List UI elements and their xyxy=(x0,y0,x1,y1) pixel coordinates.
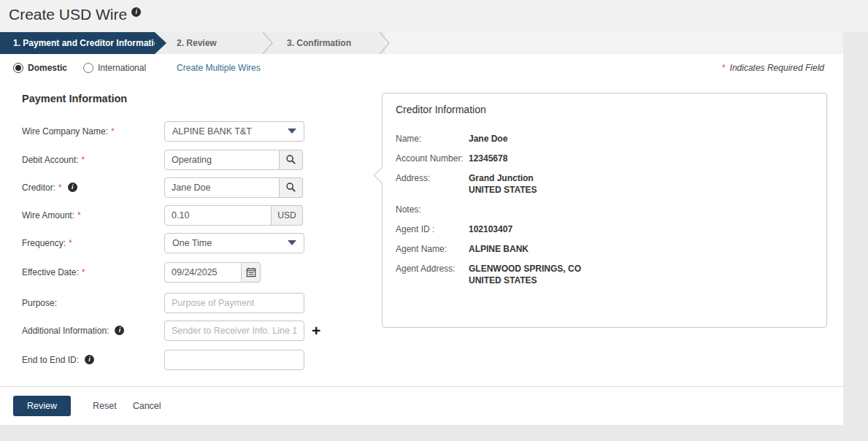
radio-domestic-label: Domestic xyxy=(28,63,67,73)
step-confirmation[interactable]: 3. Confirmation xyxy=(269,32,385,54)
account-number-label: Account Number: xyxy=(396,153,469,164)
panel-row-account-number: Account Number: 12345678 xyxy=(396,153,813,164)
agent-id-label: Agent ID : xyxy=(396,223,469,235)
panel-row-notes: Notes: xyxy=(396,204,813,215)
frequency-value: One Time xyxy=(172,238,288,248)
required-asterisk: * xyxy=(69,238,72,248)
search-icon xyxy=(285,154,296,165)
step-wizard: 1. Payment and Creditor Information 2. R… xyxy=(0,32,843,54)
name-label: Name: xyxy=(396,133,469,145)
search-icon xyxy=(285,182,296,193)
field-row-purpose: Purpose: xyxy=(22,292,304,313)
main-area: Payment Information Wire Company Name: *… xyxy=(0,81,843,386)
additional-information-info-icon[interactable]: i xyxy=(115,326,124,335)
field-row-debit-account: Debit Account: * xyxy=(22,149,303,170)
required-star: * xyxy=(722,63,726,73)
step-payment-and-creditor[interactable]: 1. Payment and Creditor Information xyxy=(0,32,155,54)
required-asterisk: * xyxy=(82,267,85,277)
radio-domestic[interactable]: Domestic xyxy=(13,63,67,73)
calendar-icon xyxy=(246,267,256,277)
field-row-wire-amount: Wire Amount: * USD xyxy=(22,204,303,226)
wire-amount-label: Wire Amount: xyxy=(22,210,74,220)
currency-suffix: USD xyxy=(272,205,303,226)
wire-type-toolbar: Domestic International Create Multiple W… xyxy=(0,54,843,81)
field-row-end-to-end-id: End to End ID: i xyxy=(22,349,304,370)
agent-name-value: ALPINE BANK xyxy=(469,243,529,255)
end-to-end-id-label: End to End ID: xyxy=(22,355,79,365)
frequency-select[interactable]: One Time xyxy=(164,233,304,253)
creditor-information-heading: Creditor Information xyxy=(396,104,813,115)
creditor-input[interactable] xyxy=(164,177,280,198)
creditor-search-button[interactable] xyxy=(280,177,303,198)
end-to-end-id-input[interactable] xyxy=(164,350,304,370)
wire-company-label: Wire Company Name: xyxy=(22,126,108,137)
review-button[interactable]: Review xyxy=(13,396,71,416)
reset-button[interactable]: Reset xyxy=(93,401,117,411)
address-label: Address: xyxy=(396,172,469,196)
effective-date-input[interactable] xyxy=(164,262,242,283)
step-review[interactable]: 2. Review xyxy=(155,32,269,54)
agent-name-label: Agent Name: xyxy=(396,243,469,255)
effective-date-label: Effective Date: xyxy=(22,267,79,277)
radio-domestic-icon[interactable] xyxy=(13,63,23,73)
page-title: Create USD Wire xyxy=(9,6,127,23)
wire-company-value: ALPINE BANK T&T xyxy=(172,126,288,137)
active-step-arrow xyxy=(155,32,166,54)
field-row-frequency: Frequency: * One Time xyxy=(22,232,304,253)
form-actions: Review Reset Cancel xyxy=(0,386,843,425)
wire-amount-input[interactable] xyxy=(164,205,272,226)
additional-information-input[interactable] xyxy=(164,321,304,341)
radio-international-icon[interactable] xyxy=(83,63,93,73)
panel-pointer xyxy=(374,167,391,184)
creditor-label: Creditor: xyxy=(22,183,55,193)
debit-account-label: Debit Account: xyxy=(22,155,78,165)
add-line-button[interactable]: + xyxy=(312,323,320,338)
panel-row-agent-address: Agent Address: GLENWOOD SPRINGS, CO UNIT… xyxy=(396,263,813,286)
chevron-down-icon xyxy=(288,240,296,245)
required-asterisk: * xyxy=(81,155,85,165)
address-value: Grand Junction UNITED STATES xyxy=(469,172,537,196)
end-to-end-id-info-icon[interactable]: i xyxy=(85,355,94,364)
required-asterisk: * xyxy=(58,183,62,193)
agent-address-value: GLENWOOD SPRINGS, CO UNITED STATES xyxy=(469,263,581,286)
cancel-button[interactable]: Cancel xyxy=(133,401,161,411)
purpose-input[interactable] xyxy=(164,293,304,313)
additional-information-label: Additional Information: xyxy=(22,326,109,336)
radio-international-label: International xyxy=(98,63,146,73)
required-asterisk: * xyxy=(111,126,115,137)
radio-international[interactable]: International xyxy=(83,63,146,73)
panel-row-agent-id: Agent ID : 102103407 xyxy=(396,223,813,235)
field-row-creditor: Creditor: * i xyxy=(22,177,303,198)
chevron-separator-icon xyxy=(378,32,391,54)
frequency-label: Frequency: xyxy=(22,238,66,248)
purpose-label: Purpose: xyxy=(22,298,57,308)
field-row-additional-information: Additional Information: i + xyxy=(22,320,320,341)
name-value: Jane Doe xyxy=(469,133,507,145)
account-number-value: 12345678 xyxy=(469,153,507,164)
creditor-information-panel: Creditor Information Name: Jane Doe Acco… xyxy=(382,93,827,328)
wire-company-select[interactable]: ALPINE BANK T&T xyxy=(164,121,304,142)
field-row-effective-date: Effective Date: * xyxy=(22,261,261,283)
page-header: Create USD Wirei xyxy=(0,0,868,32)
agent-address-label: Agent Address: xyxy=(396,263,469,286)
required-asterisk: * xyxy=(77,210,81,220)
required-field-note: *Indicates Required Field xyxy=(722,63,824,73)
chevron-down-icon xyxy=(288,129,296,134)
calendar-button[interactable] xyxy=(242,262,261,283)
panel-row-name: Name: Jane Doe xyxy=(396,133,813,145)
panel-row-address: Address: Grand Junction UNITED STATES xyxy=(396,172,813,196)
required-note-text: Indicates Required Field xyxy=(730,63,824,73)
creditor-info-icon[interactable]: i xyxy=(68,183,77,192)
agent-id-value: 102103407 xyxy=(469,223,512,235)
debit-account-input[interactable] xyxy=(164,150,280,170)
payment-information-heading: Payment Information xyxy=(22,93,127,104)
create-multiple-wires-link[interactable]: Create Multiple Wires xyxy=(177,63,261,73)
content-area: 1. Payment and Creditor Information 2. R… xyxy=(0,32,843,425)
field-row-wire-company: Wire Company Name: * ALPINE BANK T&T xyxy=(22,120,304,142)
chevron-separator-icon xyxy=(261,32,274,54)
title-info-icon[interactable]: i xyxy=(131,7,141,17)
panel-row-agent-name: Agent Name: ALPINE BANK xyxy=(396,243,813,255)
notes-label: Notes: xyxy=(396,204,469,215)
debit-account-search-button[interactable] xyxy=(280,150,303,170)
